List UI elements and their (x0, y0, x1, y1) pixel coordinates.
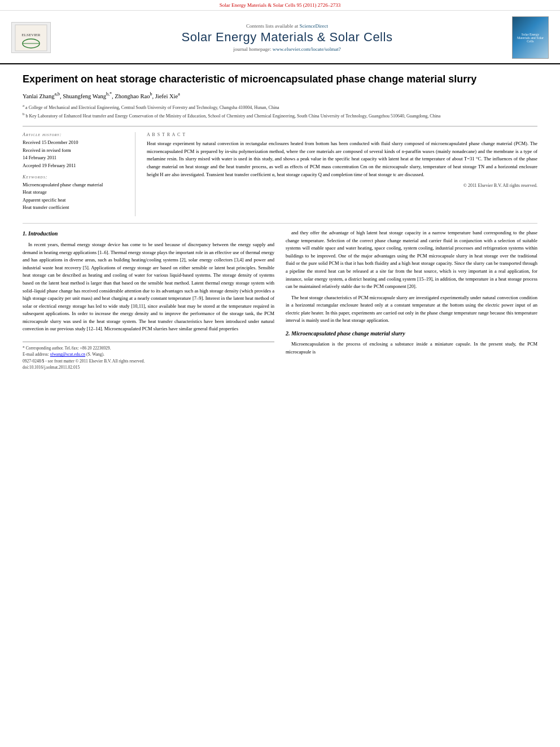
section-divider (23, 223, 537, 224)
section1-right-para2: The heat storage characteristics of PCM … (286, 294, 537, 325)
keyword-1: Microencapsulated phase change material (23, 181, 126, 189)
footnote-corresponding: * Corresponding author. Tel./fax: +86 20… (23, 345, 274, 351)
footnote-doi: doi:10.1016/j.solmat.2011.02.015 (23, 364, 274, 370)
accepted-date: Accepted 19 February 2011 (23, 162, 126, 170)
footnote-issn: 0927-0248/$ - see front matter © 2011 El… (23, 358, 274, 364)
section1-right-para1: and they offer the advantage of high lat… (286, 229, 537, 291)
revised-label: Received in revised form (23, 147, 126, 155)
article-info-panel: Article history: Received 15 December 20… (23, 132, 135, 216)
affiliation-b: b b Key Laboratory of Enhanced Heat tran… (23, 111, 537, 120)
journal-title-block: Contents lists available at ScienceDirec… (62, 23, 512, 52)
footnote-email: E-mail address: sfwang@scut.edu.cn (S. W… (23, 351, 274, 357)
section1-left-para1: In recent years, thermal energy storage … (23, 241, 274, 333)
left-column: 1. Introduction In recent years, thermal… (23, 229, 274, 370)
keywords-content: Microencapsulated phase change material … (23, 181, 126, 212)
abstract-text: Heat storage experiment by natural conve… (147, 140, 537, 178)
section2-heading: 2. Microencapsulated phase change materi… (286, 329, 537, 338)
copyright-line: © 2011 Elsevier B.V. All rights reserved… (147, 183, 537, 188)
article-title: Experiment on heat storage characteristi… (23, 73, 537, 86)
keywords-label: Keywords: (23, 174, 126, 180)
svg-rect-0 (15, 25, 47, 51)
journal-citation: Solar Energy Materials & Solar Cells 95 … (220, 2, 340, 8)
journal-cover-image: Solar Energy Materials and Solar Cells (512, 16, 549, 59)
revised-date: 14 February 2011 (23, 154, 126, 162)
contents-available: Contents lists available at ScienceDirec… (62, 23, 512, 29)
affiliations: a a College of Mechanical and Electrical… (23, 103, 537, 119)
journal-main-title: Solar Energy Materials & Solar Cells (62, 30, 512, 45)
journal-homepage: journal homepage: www.elsevier.com/locat… (62, 46, 512, 52)
abstract-section: A B S T R A C T Heat storage experiment … (147, 132, 537, 216)
email-link[interactable]: sfwang@scut.edu.cn (50, 352, 85, 357)
section1-heading: 1. Introduction (23, 229, 274, 238)
homepage-link[interactable]: www.elsevier.com/locate/solmat? (273, 46, 341, 52)
right-column: and they offer the advantage of high lat… (286, 229, 537, 370)
history-label: Article history: (23, 132, 126, 137)
email-label: E-mail address: (23, 352, 50, 357)
elsevier-logo: ELSEVIER (11, 22, 51, 53)
section2-right-para1: Microencapsulation is the process of enc… (286, 340, 537, 356)
journal-citation-bar: Solar Energy Materials & Solar Cells 95 … (0, 0, 560, 11)
keyword-2: Heat storage (23, 189, 126, 196)
keyword-4: Heat transfer coefficient (23, 204, 126, 212)
sciencedirect-link[interactable]: ScienceDirect (300, 23, 328, 29)
paper-body: Experiment on heat storage characteristi… (0, 64, 560, 382)
article-keywords: Keywords: Microencapsulated phase change… (23, 174, 126, 212)
two-column-body: 1. Introduction In recent years, thermal… (23, 229, 537, 370)
author-shuangfeng: Shuangfeng Wang (63, 93, 106, 99)
authors-line: Yanlai Zhanga,b, Shuangfeng Wangb,*, Zho… (23, 91, 537, 99)
author-yanlai: Yanlai Zhang (23, 93, 54, 99)
author-zhonghao: Zhonghao Rao (115, 93, 150, 99)
received-date: Received 15 December 2010 (23, 139, 126, 147)
svg-text:ELSEVIER: ELSEVIER (21, 33, 40, 37)
footnote-area: * Corresponding author. Tel./fax: +86 20… (23, 342, 274, 370)
affiliation-a: a a College of Mechanical and Electrical… (23, 103, 537, 111)
journal-header: ELSEVIER Contents lists available at Sci… (0, 11, 560, 64)
article-info-abstract: Article history: Received 15 December 20… (23, 126, 537, 216)
abstract-label: A B S T R A C T (147, 132, 537, 137)
history-content: Received 15 December 2010 Received in re… (23, 139, 126, 169)
header-left: ELSEVIER (11, 22, 62, 53)
author-jiefei: Jiefei Xie (155, 93, 178, 99)
article-history: Article history: Received 15 December 20… (23, 132, 126, 169)
email-author: (S. Wang). (86, 352, 104, 357)
keyword-3: Apparent specific heat (23, 196, 126, 204)
